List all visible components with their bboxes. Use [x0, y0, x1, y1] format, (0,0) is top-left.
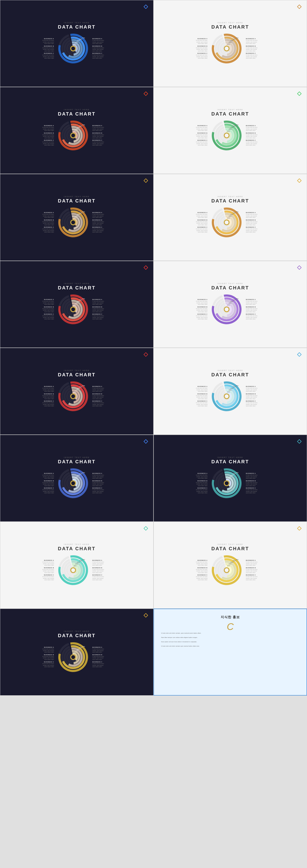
label-left-item: BUSINESS C Ut wisi enim ad minimveniam, … [196, 487, 207, 494]
chart-area: BUSINESS A Ut wisi enim ad minimveniam, … [164, 466, 297, 500]
svg-text:50%: 50% [231, 40, 234, 41]
label-right-item: BUSINESS C Ut wisi enim ad minimveniam, … [246, 574, 258, 581]
label-right-item: BUSINESS A Ut wisi enim ad minimveniam, … [92, 647, 104, 653]
slide-inner: INSERT TEXT HERE DATA CHART BUSINESS A U… [3, 177, 151, 258]
slide-13: INSERT TEXT HERE DATA CHART BUSINESS A U… [0, 522, 154, 609]
donut-chart: 70%60%50%40%30% [56, 292, 90, 326]
svg-marker-112 [144, 613, 148, 617]
svg-marker-56 [298, 266, 301, 270]
slide-inner: INSERT TEXT HERE DATA CHART BUSINESS A U… [3, 611, 151, 693]
label-right-item: BUSINESS A Ut wisi enim ad minimveniam, … [92, 299, 104, 305]
chart-title: DATA CHART [58, 198, 96, 204]
labels-right: BUSINESS A Ut wisi enim ad minimveniam, … [246, 125, 272, 146]
svg-point-74 [225, 394, 229, 398]
label-right-item: BUSINESS A Ut wisi enim ad minimveniam, … [92, 125, 104, 131]
labels-left: BUSINESS A Ut wisi enim ad minimveniam, … [35, 386, 54, 407]
label-right-item: BUSINESS B Ut wisi enim ad minimveniam, … [92, 654, 104, 660]
slide-11: INSERT TEXT HERE DATA CHART BUSINESS A U… [0, 435, 154, 522]
slide-12: INSERT TEXT HERE DATA CHART BUSINESS A U… [154, 435, 307, 522]
label-left-item: BUSINESS B Ut wisi enim ad minimveniam, … [196, 567, 207, 574]
slide-2: INSERT TEXT HERE DATA CHART BUSINESS A U… [154, 0, 307, 87]
label-left-item: BUSINESS B Ut wisi enim ad minimveniam, … [196, 219, 207, 226]
slide-row: INSERT TEXT HERE DATA CHART BUSINESS A U… [0, 435, 307, 522]
label-left-item: BUSINESS C Ut wisi enim ad minimveniam, … [42, 53, 54, 59]
chart-title: DATA CHART [58, 459, 96, 465]
labels-right: BUSINESS A Ut wisi enim ad minimveniam, … [246, 560, 272, 581]
slide-inner: INSERT TEXT HERE DATA CHART BUSINESS A U… [156, 437, 304, 519]
last-content: 지식한 홍보 C Ut wisi enim ad minim veniam, q… [157, 612, 304, 693]
slide-14: INSERT TEXT HERE DATA CHART BUSINESS A U… [154, 522, 307, 609]
diamond-icon [144, 526, 148, 531]
labels-left: BUSINESS A Ut wisi enim ad minimveniam, … [188, 125, 207, 146]
slide-inner: INSERT TEXT HERE DATA CHART BUSINESS A U… [156, 3, 304, 84]
svg-point-98 [71, 568, 75, 572]
slide-row: INSERT TEXT HERE DATA CHART BUSINESS A U… [0, 609, 307, 695]
label-right-item: BUSINESS C Ut wisi enim ad minimveniam, … [92, 140, 104, 146]
label-right-item: BUSINESS C Ut wisi enim ad minimveniam, … [246, 313, 258, 320]
svg-text:70%: 70% [236, 559, 239, 560]
label-left-item: BUSINESS C Ut wisi enim ad minimveniam, … [196, 574, 207, 581]
donut-chart: 70%60%50%40%30% [210, 206, 243, 239]
label-right-item: BUSINESS B Ut wisi enim ad minimveniam, … [92, 393, 104, 400]
label-right-item: BUSINESS B Ut wisi enim ad minimveniam, … [92, 45, 104, 52]
svg-point-90 [225, 481, 229, 485]
chart-title: DATA CHART [58, 546, 96, 552]
label-left-item: BUSINESS A Ut wisi enim ad minimveniam, … [196, 125, 207, 131]
svg-text:40%: 40% [229, 215, 232, 217]
label-left-item: BUSINESS C Ut wisi enim ad minimveniam, … [196, 53, 207, 59]
donut-chart: 70%60%50%40%30% [56, 466, 90, 500]
label-left-item: BUSINESS B Ut wisi enim ad minimveniam, … [196, 306, 207, 313]
diamond-icon [297, 5, 302, 9]
label-left-item: BUSINESS B Ut wisi enim ad minimveniam, … [196, 45, 207, 52]
donut-chart: 70%60%50%40%30% [56, 379, 90, 413]
chart-title: DATA CHART [211, 459, 249, 465]
label-left-item: BUSINESS A Ut wisi enim ad minimveniam, … [196, 386, 207, 392]
label-left-item: BUSINESS B Ut wisi enim ad minimveniam, … [42, 480, 54, 487]
label-right-item: BUSINESS B Ut wisi enim ad minimveniam, … [92, 132, 104, 139]
diamond-icon [297, 352, 302, 356]
label-left-item: BUSINESS A Ut wisi enim ad minimveniam, … [196, 38, 207, 44]
label-right-item: BUSINESS C Ut wisi enim ad minimveniam, … [92, 226, 104, 233]
slide-6: INSERT TEXT HERE DATA CHART BUSINESS A U… [154, 174, 307, 261]
label-right-item: BUSINESS A Ut wisi enim ad minimveniam, … [246, 299, 258, 305]
label-left-item: BUSINESS C Ut wisi enim ad minimveniam, … [196, 140, 207, 146]
svg-text:70%: 70% [236, 37, 239, 39]
label-left-item: BUSINESS B Ut wisi enim ad minimveniam, … [42, 132, 54, 139]
labels-left: BUSINESS A Ut wisi enim ad minimveniam, … [35, 38, 54, 59]
svg-point-114 [71, 655, 75, 659]
labels-right: BUSINESS A Ut wisi enim ad minimveniam, … [92, 212, 119, 233]
chart-title: DATA CHART [211, 198, 249, 204]
label-right-item: BUSINESS B Ut wisi enim ad minimveniam, … [246, 219, 258, 226]
svg-marker-32 [144, 179, 148, 183]
svg-text:70%: 70% [236, 298, 239, 300]
donut-chart: 70%60%50%40%30% [56, 32, 90, 65]
donut-chart: 70%60%50%40%30% [210, 32, 243, 65]
insert-text: INSERT TEXT HERE [217, 282, 243, 285]
svg-marker-24 [298, 92, 301, 96]
insert-text: INSERT TEXT HERE [217, 108, 243, 111]
svg-text:70%: 70% [82, 298, 85, 300]
svg-text:50%: 50% [77, 474, 80, 476]
chart-area: BUSINESS A Ut wisi enim ad minimveniam, … [10, 32, 143, 65]
label-right-item: BUSINESS A Ut wisi enim ad minimveniam, … [92, 386, 104, 392]
donut-chart: 70%60%50%40%30% [210, 119, 243, 152]
label-left-item: BUSINESS A Ut wisi enim ad minimveniam, … [42, 38, 54, 44]
labels-left: BUSINESS A Ut wisi enim ad minimveniam, … [188, 299, 207, 320]
svg-point-50 [71, 307, 75, 311]
chart-area: BUSINESS A Ut wisi enim ad minimveniam, … [164, 292, 297, 326]
svg-point-66 [71, 394, 75, 398]
insert-text: INSERT TEXT HERE [217, 456, 243, 459]
slide-8: INSERT TEXT HERE DATA CHART BUSINESS A U… [154, 261, 307, 348]
label-right-item: BUSINESS A Ut wisi enim ad minimveniam, … [246, 560, 258, 566]
label-right-item: BUSINESS B Ut wisi enim ad minimveniam, … [246, 132, 258, 139]
insert-text: INSERT TEXT HERE [64, 456, 90, 459]
label-right-item: BUSINESS C Ut wisi enim ad minimveniam, … [246, 400, 258, 407]
diamond-icon [297, 439, 302, 444]
labels-right: BUSINESS A Ut wisi enim ad minimveniam, … [92, 299, 119, 320]
label-right-item: BUSINESS A Ut wisi enim ad minimveniam, … [92, 38, 104, 44]
svg-text:50%: 50% [231, 561, 234, 563]
label-left-item: BUSINESS C Ut wisi enim ad minimveniam, … [42, 313, 54, 320]
insert-text: INSERT TEXT HERE [217, 543, 243, 546]
slide-last: 지식한 홍보 C Ut wisi enim ad minim veniam, q… [154, 609, 307, 695]
labels-left: BUSINESS A Ut wisi enim ad minimveniam, … [188, 560, 207, 581]
